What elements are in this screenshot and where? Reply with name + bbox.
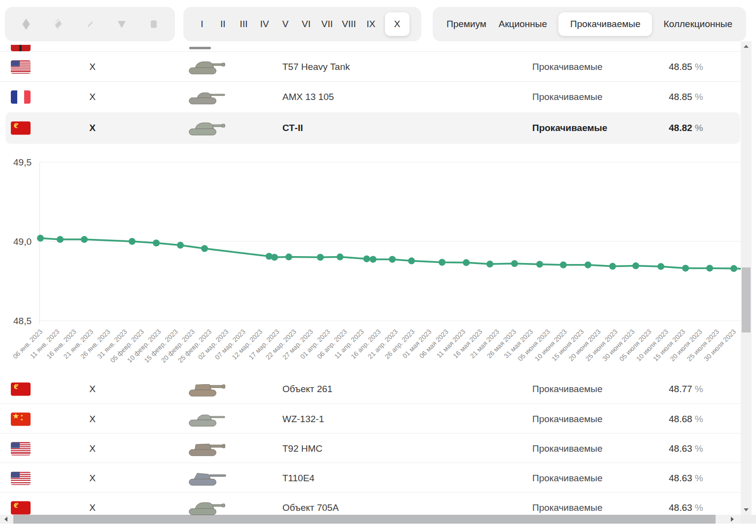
svg-text:06 апр. 2023: 06 апр. 2023	[316, 328, 348, 361]
svg-text:05 июня 2023: 05 июня 2023	[516, 328, 551, 363]
heavy-tank-icon[interactable]	[83, 17, 98, 32]
svg-text:30 июня 2023: 30 июня 2023	[601, 328, 636, 363]
tank-name: AMX 13 105	[282, 92, 334, 102]
vehicle-class-filter	[5, 7, 175, 41]
tank-category: Прокачиваемые	[532, 92, 602, 102]
table-row-объект-261[interactable]: XОбъект 261Прокачиваемые48.77 %	[0, 374, 741, 404]
tier-iv[interactable]: IV	[258, 14, 272, 34]
tier-cell: X	[74, 502, 111, 513]
svg-text:10 июня 2023: 10 июня 2023	[533, 328, 568, 363]
svg-text:30 июля 2023: 30 июля 2023	[702, 328, 737, 363]
tier-cell: X	[74, 62, 111, 72]
tab-прокачиваемые[interactable]: Прокачиваемые	[558, 12, 652, 36]
svg-text:15 июня 2023: 15 июня 2023	[550, 328, 585, 363]
spg-icon[interactable]	[146, 17, 161, 32]
horizontal-scrollbar[interactable]	[0, 515, 741, 524]
svg-text:21 апр. 2023: 21 апр. 2023	[367, 328, 399, 361]
tank-winrate: 48.82 %	[669, 123, 703, 133]
svg-text:17 мар. 2023: 17 мар. 2023	[247, 328, 281, 362]
flag-usa	[11, 471, 31, 485]
tank-name: WZ-132-1	[282, 414, 324, 425]
svg-text:11 мая 2023: 11 мая 2023	[435, 328, 467, 360]
svg-text:16 апр. 2023: 16 апр. 2023	[349, 328, 382, 361]
table-row-t57-heavy-tank[interactable]: XT57 Heavy TankПрокачиваемые48.85 %	[0, 51, 741, 82]
scroll-right-arrow-icon[interactable]	[731, 517, 734, 522]
tank-silhouette-icon	[183, 439, 228, 458]
tab-премиум[interactable]: Премиум	[446, 13, 487, 35]
winrate-history-chart: 49,549,048,506 янв. 202311 янв. 202316 я…	[0, 148, 741, 375]
flag-china: ★★★	[11, 412, 31, 426]
tank-category: Прокачиваемые	[532, 123, 607, 133]
svg-text:20 февр. 2023: 20 февр. 2023	[160, 328, 196, 365]
tank-winrate: 48.63 %	[669, 473, 703, 484]
tank-name: Объект 261	[282, 384, 333, 395]
medium-tank-icon[interactable]	[51, 17, 66, 32]
tank-silhouette-icon	[183, 410, 228, 429]
flag-ussr	[11, 382, 31, 396]
tier-v[interactable]: V	[278, 14, 292, 34]
tank-category: Прокачиваемые	[532, 502, 602, 513]
scroll-left-arrow-icon[interactable]	[4, 517, 7, 522]
tier-viii[interactable]: VIII	[341, 14, 357, 34]
table-row-wz-132-1[interactable]: ★★★XWZ-132-1Прокачиваемые48.68 %	[0, 403, 741, 434]
horizontal-scrollbar-thumb[interactable]	[13, 515, 716, 524]
tier-selector: IIIIIIIVVVIVIIVIIIIXX	[183, 7, 421, 41]
table-row-ст-ii[interactable]: XСТ-IIПрокачиваемые48.82 %	[0, 112, 741, 144]
svg-text:27 мар. 2023: 27 мар. 2023	[281, 328, 315, 362]
svg-text:20 июля 2023: 20 июля 2023	[669, 328, 704, 363]
tier-cell: X	[74, 384, 111, 395]
svg-text:48,5: 48,5	[13, 316, 32, 326]
tier-x[interactable]: X	[385, 12, 410, 36]
tank-silhouette-icon	[183, 88, 228, 106]
tier-vii[interactable]: VII	[320, 14, 334, 34]
tier-ix[interactable]: IX	[364, 14, 378, 34]
svg-text:10 февр. 2023: 10 февр. 2023	[126, 328, 162, 365]
svg-text:25 июня 2023: 25 июня 2023	[584, 328, 619, 363]
tank-silhouette-icon	[189, 47, 211, 49]
svg-text:26 мая 2023: 26 мая 2023	[485, 328, 517, 360]
svg-text:26 янв. 2023: 26 янв. 2023	[79, 328, 111, 361]
tank-winrate: 48.63 %	[669, 443, 703, 454]
category-tabs: ПремиумАкционныеПрокачиваемыеКоллекционн…	[433, 7, 746, 41]
svg-text:16 янв. 2023: 16 янв. 2023	[45, 328, 78, 361]
tab-акционные[interactable]: Акционные	[498, 13, 548, 35]
tier-iii[interactable]: III	[237, 14, 251, 34]
tier-vi[interactable]: VI	[299, 14, 313, 34]
svg-text:31 мая 2023: 31 мая 2023	[503, 328, 535, 360]
svg-text:22 мар. 2023: 22 мар. 2023	[264, 328, 298, 362]
tank-silhouette-icon	[183, 58, 228, 76]
svg-text:11 янв. 2023: 11 янв. 2023	[29, 328, 61, 360]
svg-text:49,0: 49,0	[13, 236, 32, 247]
tank-name: T110E4	[282, 473, 314, 484]
svg-text:07 мар. 2023: 07 мар. 2023	[213, 328, 247, 362]
tank-destroyer-icon[interactable]	[114, 17, 129, 32]
flag-usa	[11, 442, 31, 455]
tank-category: Прокачиваемые	[532, 473, 602, 484]
vertical-scrollbar-thumb[interactable]	[742, 267, 751, 332]
tank-silhouette-icon	[183, 119, 228, 137]
tier-i[interactable]: I	[195, 14, 209, 34]
vertical-scrollbar[interactable]	[741, 41, 752, 515]
tank-stats-app: IIIIIIIVVVIVIIVIIIIXX ПремиумАкционныеПр…	[0, 0, 756, 532]
table-row-amx-13-105[interactable]: XAMX 13 105Прокачиваемые48.85 %	[0, 81, 741, 112]
svg-text:06 янв. 2023: 06 янв. 2023	[11, 328, 44, 361]
tier-cell: X	[74, 443, 111, 454]
scroll-up-arrow-icon[interactable]	[744, 45, 749, 48]
tab-коллекционные[interactable]: Коллекционные	[662, 13, 733, 35]
scroll-down-arrow-icon[interactable]	[744, 508, 749, 511]
table-row-t110e4[interactable]: XT110E4Прокачиваемые48.63 %	[0, 463, 741, 493]
tier-cell: X	[74, 473, 111, 484]
tank-winrate: 48.85 %	[669, 62, 703, 72]
svg-text:25 февр. 2023: 25 февр. 2023	[176, 328, 213, 365]
svg-text:01 апр. 2023: 01 апр. 2023	[299, 328, 331, 361]
tank-winrate: 48.85 %	[669, 92, 703, 102]
svg-text:12 мар. 2023: 12 мар. 2023	[231, 328, 264, 362]
table-row-partial[interactable]	[0, 37, 741, 51]
tier-ii[interactable]: II	[216, 14, 230, 34]
table-row-t92-hmc[interactable]: XT92 HMCПрокачиваемые48.63 %	[0, 433, 741, 464]
tier-cell: X	[74, 92, 111, 102]
tank-silhouette-icon	[183, 469, 228, 488]
tier-cell: X	[74, 414, 111, 425]
light-tank-icon[interactable]	[19, 17, 34, 32]
svg-text:21 янв. 2023: 21 янв. 2023	[62, 328, 95, 361]
